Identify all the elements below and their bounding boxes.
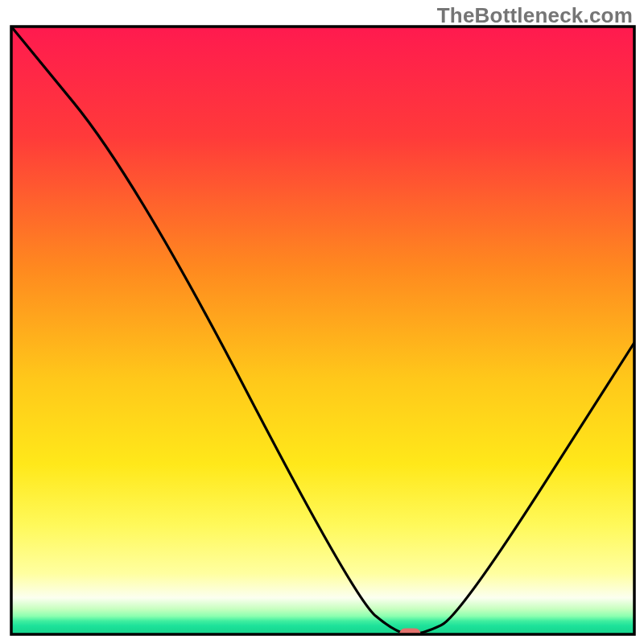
bottleneck-chart xyxy=(0,0,644,644)
chart-background-gradient xyxy=(11,27,634,634)
